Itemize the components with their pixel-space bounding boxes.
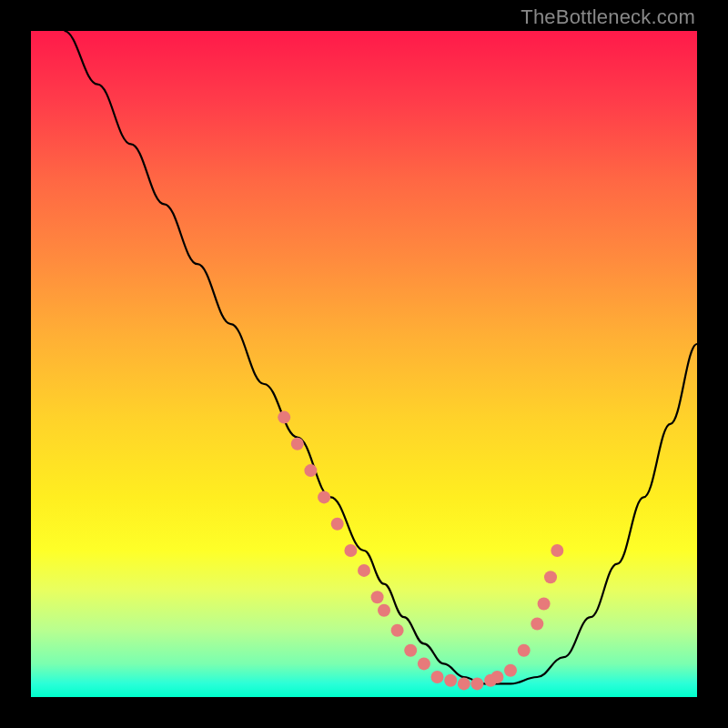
highlight-dot bbox=[331, 518, 344, 531]
highlight-dot bbox=[458, 677, 470, 690]
highlight-dot bbox=[344, 544, 357, 557]
highlight-dot bbox=[538, 598, 551, 611]
highlight-dot bbox=[391, 624, 404, 637]
highlight-dot bbox=[544, 571, 557, 583]
highlight-dot bbox=[278, 411, 290, 424]
watermark-text: TheBottleneck.com bbox=[521, 5, 695, 29]
plot-area bbox=[31, 31, 697, 697]
highlight-dot bbox=[504, 664, 517, 677]
highlight-dot bbox=[531, 618, 543, 631]
highlight-dot bbox=[490, 671, 503, 683]
highlight-dot bbox=[470, 677, 483, 690]
highlight-dot bbox=[418, 657, 430, 670]
highlight-dot bbox=[518, 644, 531, 657]
highlight-dot bbox=[371, 591, 384, 603]
bottleneck-curve bbox=[65, 31, 697, 683]
highlight-dot bbox=[304, 464, 317, 477]
highlight-dot bbox=[551, 544, 563, 557]
highlight-dot bbox=[431, 671, 444, 683]
chart-container: TheBottleneck.com bbox=[0, 0, 728, 728]
highlight-dots bbox=[278, 411, 563, 691]
highlight-dot bbox=[291, 438, 304, 450]
highlight-dot bbox=[404, 644, 417, 657]
highlight-dot bbox=[378, 604, 390, 617]
highlight-dot bbox=[358, 564, 370, 577]
highlight-dot bbox=[444, 674, 457, 687]
chart-svg bbox=[31, 31, 697, 697]
highlight-dot bbox=[318, 490, 330, 503]
